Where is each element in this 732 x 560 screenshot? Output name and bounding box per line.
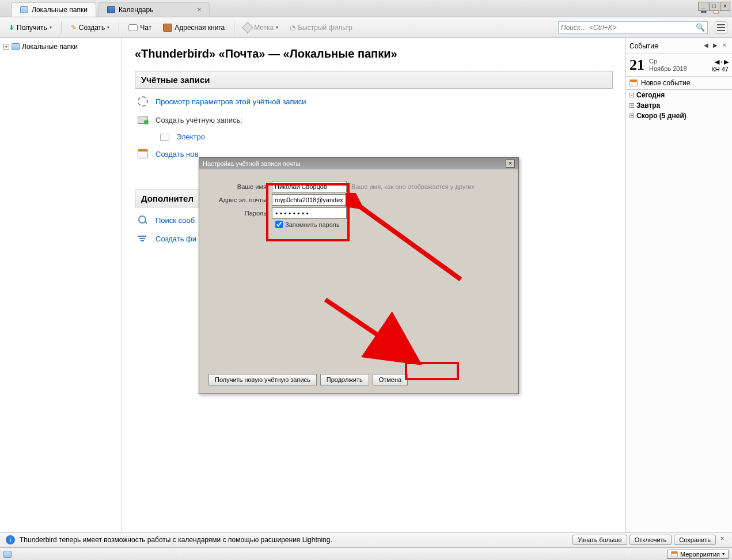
date-weekday: Ср — [649, 58, 687, 65]
accounts-section-header: Учётные записи — [135, 71, 613, 89]
caret-icon: ▾ — [276, 25, 278, 30]
tab-bar: Локальные папки Календарь × ▦ 📋 — [0, 0, 732, 17]
cal-next-icon[interactable]: ▶ — [711, 42, 719, 50]
dialog-titlebar[interactable]: Настройка учётной записи почты × — [199, 158, 518, 169]
create-button[interactable]: ✎ Создать ▾ — [67, 21, 114, 34]
status-bar: Мероприятия ▾ — [0, 547, 732, 560]
folder-local[interactable]: + Локальные папки — [2, 41, 119, 52]
expand-icon[interactable]: + — [3, 44, 9, 50]
dialog-title-text: Настройка учётной записи почты — [203, 160, 300, 167]
separator — [119, 21, 119, 34]
create-account-heading: Создать учётную запись: — [137, 114, 613, 126]
chat-button[interactable]: Чат — [124, 21, 155, 34]
date-today-icon[interactable]: ◦ — [720, 58, 723, 66]
separator — [61, 21, 62, 34]
date-day: 21 — [629, 56, 644, 74]
info-icon: i — [6, 535, 15, 544]
tag-button[interactable]: Метка ▾ — [240, 21, 282, 34]
calendar-icon — [138, 149, 148, 158]
continue-button[interactable]: Продолжить — [320, 374, 369, 385]
search-icon — [138, 215, 147, 225]
search-input[interactable] — [561, 24, 696, 32]
filter-icon: ◔ — [290, 24, 295, 32]
info-text: Thunderbird теперь имеет возможность раб… — [20, 536, 332, 544]
download-icon: ⬇ — [9, 24, 14, 32]
calendar-icon — [671, 551, 678, 557]
btn-label: Чат — [140, 24, 151, 32]
tag-icon — [242, 22, 253, 33]
get-mail-button[interactable]: ⬇ Получить ▾ — [5, 21, 56, 34]
email-option-link[interactable]: Электро — [160, 133, 613, 141]
remember-checkbox-label[interactable]: Запомнить пароль — [275, 221, 340, 228]
cal-prev-icon[interactable]: ◀ — [702, 42, 710, 50]
date-week: КН 47 — [711, 66, 729, 73]
events-panel-button[interactable]: Мероприятия ▾ — [667, 550, 729, 559]
tab-label: Календарь — [119, 6, 154, 14]
tab-local-folders[interactable]: Локальные папки — [12, 2, 96, 17]
btn-label: Получить — [17, 24, 47, 32]
window-minimize[interactable]: _ — [698, 2, 708, 11]
btn-label: Метка — [254, 24, 274, 32]
date-next-icon[interactable]: ▶ — [724, 58, 729, 66]
page-title: «Thunderbird» «Почта» — «Локальные папки… — [135, 47, 613, 60]
app-menu-button[interactable] — [715, 21, 727, 34]
password-label: Пароль: — [208, 210, 272, 217]
date-prev-icon[interactable]: ◀ — [715, 58, 719, 66]
account-setup-dialog: Настройка учётной записи почты × Ваше им… — [199, 157, 519, 394]
info-bar: i Thunderbird теперь имеет возможность р… — [0, 532, 732, 547]
cancel-button[interactable]: Отмена — [373, 374, 408, 385]
email-field[interactable] — [272, 194, 347, 206]
learn-more-button[interactable]: Узнать больше — [572, 535, 627, 545]
tab-label: Локальные папки — [32, 6, 88, 14]
caret-icon: ▾ — [50, 25, 52, 30]
btn-label: Создать — [79, 24, 105, 32]
section-label: Сегодня — [636, 91, 665, 99]
search-icon[interactable]: 🔍 — [696, 23, 705, 32]
folder-pane: + Локальные папки — [0, 38, 122, 532]
name-field[interactable] — [272, 181, 347, 192]
window-maximize[interactable]: □ — [709, 2, 719, 11]
btn-label: Мероприятия — [680, 551, 720, 558]
link-text: Электро — [176, 133, 205, 141]
window-close[interactable]: × — [720, 2, 730, 11]
name-hint: Ваше имя, как оно отображается у других — [351, 183, 475, 190]
folder-icon — [20, 6, 28, 13]
remember-checkbox[interactable] — [275, 221, 283, 228]
events-soon[interactable]: + Скоро (5 дней) — [626, 111, 732, 121]
dialog-close-icon[interactable]: × — [506, 160, 515, 168]
envelope-icon — [160, 134, 169, 141]
date-block: 21 Ср Ноябрь 2018 ◀ ◦ ▶ КН 47 — [626, 54, 732, 77]
expand-icon[interactable]: + — [629, 103, 634, 108]
password-field[interactable] — [272, 207, 347, 219]
filter-icon — [138, 234, 147, 243]
name-label: Ваше имя: — [208, 183, 272, 190]
events-tomorrow[interactable]: + Завтра — [626, 100, 732, 111]
infobar-close-icon[interactable]: × — [718, 535, 726, 543]
link-text: Создать нов — [155, 150, 198, 158]
view-settings-link[interactable]: Просмотр параметров этой учётной записи — [137, 96, 613, 107]
calendar-header: События ◀ ▶ × — [626, 38, 732, 54]
get-new-account-button[interactable]: Получить новую учётную запись — [208, 374, 317, 385]
caret-icon: ▾ — [107, 25, 109, 30]
new-event-button[interactable]: Новое событие — [626, 77, 732, 90]
status-folder-icon[interactable] — [3, 551, 12, 558]
events-today[interactable]: - Сегодня — [626, 90, 732, 100]
addressbook-button[interactable]: Адресная книга — [159, 21, 229, 34]
expand-icon[interactable]: + — [629, 113, 634, 118]
calendar-pane: События ◀ ▶ × 21 Ср Ноябрь 2018 ◀ ◦ ▶ КН… — [626, 38, 732, 532]
cal-close-icon[interactable]: × — [720, 42, 729, 50]
calendar-icon — [107, 6, 115, 13]
link-text: Создать фи — [155, 234, 196, 243]
search-box[interactable]: 🔍 — [558, 21, 708, 34]
tab-calendar[interactable]: Календарь × — [98, 2, 210, 17]
gear-icon — [138, 96, 148, 107]
separator — [234, 21, 234, 34]
calendar-icon — [629, 80, 638, 86]
disable-button[interactable]: Отключить — [629, 535, 672, 545]
addressbook-icon — [163, 24, 172, 32]
section-label: Скоро (5 дней) — [636, 112, 687, 120]
keep-button[interactable]: Сохранить — [674, 535, 716, 545]
tab-close-icon[interactable]: × — [197, 6, 201, 14]
quickfilter-button[interactable]: ◔ Быстрый фильтр — [286, 21, 356, 34]
collapse-icon[interactable]: - — [629, 93, 634, 97]
